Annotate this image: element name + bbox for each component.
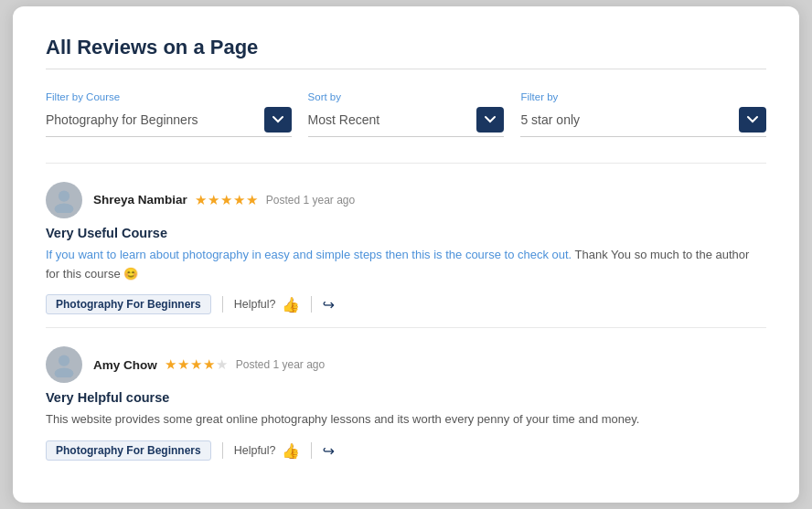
review-body-highlight-1: If you want to learn about photography i…	[46, 248, 572, 261]
avatar-2	[46, 346, 82, 383]
user-icon	[51, 187, 77, 213]
review-title-1: Very Useful Course	[46, 226, 766, 240]
filter-course-group: Filter by Course Photography for Beginne…	[46, 91, 292, 137]
posted-time-2: Posted 1 year ago	[236, 358, 325, 371]
thumbs-up-button-2[interactable]: 👍	[282, 442, 300, 460]
course-tag-2: Photography For Beginners	[46, 440, 211, 461]
filter-sort-label: Sort by	[308, 91, 505, 102]
thumbs-up-button-1[interactable]: 👍	[282, 296, 300, 313]
filter-sort-button[interactable]	[476, 107, 504, 133]
filters-row: Filter by Course Photography for Beginne…	[46, 91, 766, 137]
filter-filterby-button[interactable]	[739, 107, 766, 133]
filter-course-label: Filter by Course	[46, 91, 292, 102]
avatar-1	[46, 182, 82, 218]
filter-filterby-label: Filter by	[520, 91, 766, 102]
svg-point-0	[59, 190, 69, 201]
reply-button-1[interactable]: ↩	[323, 296, 335, 313]
filter-filterby-group: Filter by 5 star only	[520, 91, 766, 137]
course-tag-1: Photography For Beginners	[46, 294, 211, 314]
footer-divider2-1	[311, 296, 312, 313]
footer-divider2-2	[311, 442, 312, 459]
review-block-1: Shreya Nambiar ★ ★ ★ ★ ★ Posted 1 year a…	[46, 163, 766, 315]
review-body-normal-2: This website provides some great online …	[46, 412, 639, 426]
filter-filterby-input-wrap: 5 star only	[520, 107, 766, 137]
stars-2: ★ ★ ★ ★ ★	[165, 356, 229, 373]
posted-time-1: Posted 1 year ago	[266, 194, 355, 207]
filter-sort-value[interactable]: Most Recent	[308, 112, 472, 127]
reviews-card: All Reviews on a Page Filter by Course P…	[13, 6, 799, 503]
footer-divider-2	[222, 442, 223, 459]
svg-point-3	[55, 368, 74, 378]
reviewer-name-2: Amy Chow	[93, 358, 157, 372]
filter-filterby-value[interactable]: 5 star only	[520, 112, 733, 127]
filter-sort-group: Sort by Most Recent	[308, 91, 505, 137]
chevron-down-icon	[485, 114, 496, 125]
chevron-down-icon	[272, 114, 283, 125]
review-body-1: If you want to learn about photography i…	[46, 246, 766, 284]
helpful-label-2: Helpful?	[234, 444, 276, 457]
review-body-2: This website provides some great online …	[46, 410, 766, 429]
svg-point-2	[59, 355, 69, 366]
reply-button-2[interactable]: ↩	[323, 442, 335, 460]
review-footer-1: Photography For Beginners Helpful? 👍 ↩	[46, 294, 766, 314]
helpful-label-1: Helpful?	[234, 298, 276, 311]
filter-course-button[interactable]	[264, 107, 292, 133]
review-footer-2: Photography For Beginners Helpful? 👍 ↩	[46, 440, 766, 461]
review-title-2: Very Helpful course	[46, 390, 766, 405]
review-header-1: Shreya Nambiar ★ ★ ★ ★ ★ Posted 1 year a…	[46, 182, 766, 218]
filter-course-input-wrap: Photography for Beginners	[46, 107, 292, 137]
review-header-2: Amy Chow ★ ★ ★ ★ ★ Posted 1 year ago	[46, 346, 766, 383]
review-block-2: Amy Chow ★ ★ ★ ★ ★ Posted 1 year ago Ver…	[46, 327, 766, 461]
filter-course-value[interactable]: Photography for Beginners	[46, 112, 259, 127]
title-divider	[46, 69, 766, 69]
reviewer-name-1: Shreya Nambiar	[93, 193, 187, 207]
svg-point-1	[55, 203, 74, 213]
filter-sort-input-wrap: Most Recent	[308, 107, 505, 137]
stars-1: ★ ★ ★ ★ ★	[195, 192, 259, 208]
page-title: All Reviews on a Page	[46, 36, 766, 59]
user-icon	[51, 352, 77, 377]
chevron-down-icon	[747, 114, 758, 125]
footer-divider-1	[222, 296, 223, 313]
